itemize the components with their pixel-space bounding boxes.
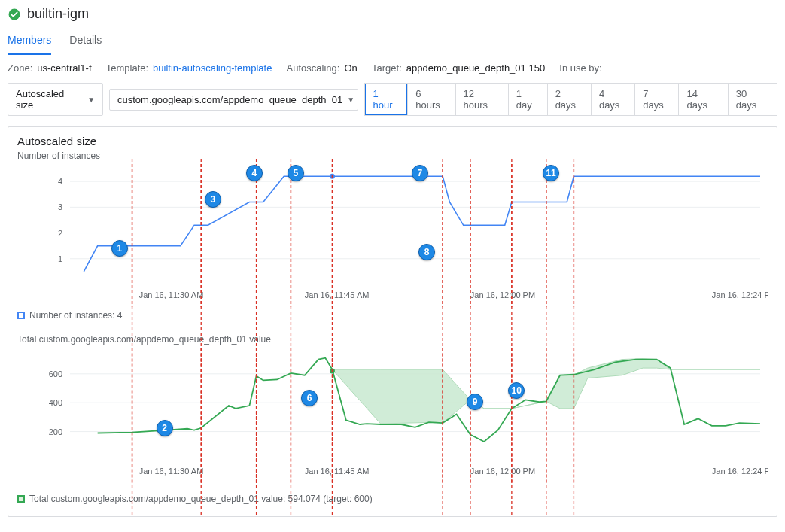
meta-template-link[interactable]: builtin-autoscaling-template (153, 62, 272, 74)
range-btn-1-hour[interactable]: 1 hour (364, 83, 408, 116)
callout-2: 2 (157, 420, 173, 436)
chart2-legend: Total custom.googleapis.com/appdemo_queu… (29, 494, 373, 504)
chart-card: Autoscaled size Number of instances 1234… (8, 126, 777, 517)
svg-text:Jan 16, 12:24 PM: Jan 16, 12:24 PM (712, 290, 768, 299)
range-btn-1-day[interactable]: 1 day (509, 83, 548, 116)
svg-text:4: 4 (58, 177, 62, 186)
tab-details[interactable]: Details (69, 29, 102, 55)
callout-8: 8 (418, 244, 435, 260)
svg-text:200: 200 (49, 427, 62, 436)
svg-text:600: 600 (49, 369, 62, 378)
range-btn-7-days[interactable]: 7 days (635, 83, 679, 116)
tabs: Members Details (8, 29, 777, 55)
range-btn-6-hours[interactable]: 6 hours (408, 83, 455, 116)
chart2-title: Total custom.googleapis.com/appdemo_queu… (17, 334, 768, 345)
svg-text:Jan 16, 11:30 AM: Jan 16, 11:30 AM (139, 467, 204, 476)
chart2-area: 200400600Jan 16, 11:30 AMJan 16, 11:45 A… (17, 348, 768, 491)
chart1-title: Autoscaled size (17, 135, 768, 147)
callout-5: 5 (288, 165, 304, 181)
callout-4: 4 (246, 165, 263, 181)
range-btn-2-days[interactable]: 2 days (548, 83, 592, 116)
range-btn-30-days[interactable]: 30 days (729, 83, 777, 116)
metric-left-dropdown[interactable]: Autoscaled size ▼ (8, 83, 103, 116)
legend-swatch-green (17, 495, 25, 503)
meta-inuse-key: In use by: (559, 62, 601, 74)
svg-text:Jan 16, 12:24 PM: Jan 16, 12:24 PM (712, 467, 768, 476)
callout-1: 1 (111, 240, 128, 257)
range-btn-12-hours[interactable]: 12 hours (456, 83, 509, 116)
svg-text:1: 1 (58, 254, 62, 263)
legend-swatch-blue (17, 312, 25, 319)
meta-target-val: appdemo_queue_depth_01 150 (406, 62, 545, 74)
chart1-area: 1234Jan 16, 11:30 AMJan 16, 11:45 AMJan … (17, 164, 768, 307)
caret-down-icon: ▼ (87, 96, 95, 104)
range-btn-4-days[interactable]: 4 days (592, 83, 635, 116)
meta-autoscaling-val: On (344, 62, 357, 74)
chart1-legend: Number of instances: 4 (29, 310, 122, 321)
svg-text:400: 400 (49, 398, 62, 407)
meta-zone-key: Zone: (8, 62, 32, 74)
svg-text:Jan 16, 11:45 AM: Jan 16, 11:45 AM (305, 467, 370, 476)
callout-7: 7 (412, 165, 428, 181)
callout-6: 6 (301, 390, 318, 406)
caret-down-icon: ▼ (347, 96, 354, 104)
chart1-subtitle: Number of instances (17, 150, 768, 161)
tab-members[interactable]: Members (8, 29, 51, 55)
svg-text:2: 2 (58, 229, 62, 238)
callout-11: 11 (543, 165, 559, 181)
range-btn-14-days[interactable]: 14 days (679, 83, 728, 116)
svg-text:Jan 16, 12:00 PM: Jan 16, 12:00 PM (470, 467, 535, 476)
meta-target-key: Target: (372, 62, 402, 74)
svg-text:3: 3 (58, 202, 62, 211)
time-range-group: 1 hour6 hours12 hours1 day2 days4 days7 … (364, 83, 777, 116)
page-title: builtin-igm (27, 6, 89, 22)
svg-text:Jan 16, 11:30 AM: Jan 16, 11:30 AM (139, 290, 204, 299)
status-ok-icon (8, 8, 21, 21)
svg-text:Jan 16, 12:00 PM: Jan 16, 12:00 PM (470, 290, 535, 299)
meta-row: Zone: us-central1-f Template: builtin-au… (8, 62, 777, 74)
meta-zone-val: us-central1-f (37, 62, 91, 74)
metric-right-label: custom.googleapis.com/appdemo_queue_dept… (117, 94, 342, 105)
metric-right-dropdown[interactable]: custom.googleapis.com/appdemo_queue_dept… (109, 89, 358, 111)
meta-template-key: Template: (106, 62, 148, 74)
meta-autoscaling-key: Autoscaling: (287, 62, 340, 74)
callout-3: 3 (205, 191, 221, 208)
metric-left-label: Autoscaled size (16, 88, 83, 111)
svg-text:Jan 16, 11:45 AM: Jan 16, 11:45 AM (305, 290, 370, 299)
